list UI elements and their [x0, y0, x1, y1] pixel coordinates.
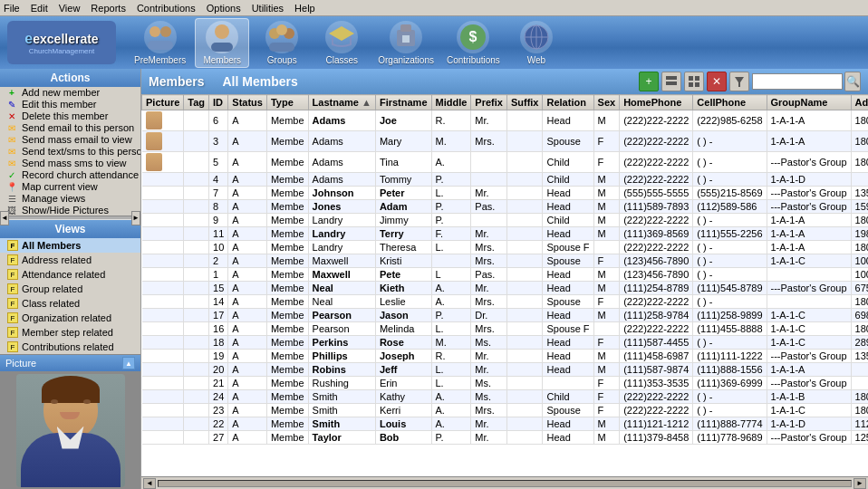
cell-relation: Head [543, 417, 593, 431]
table-row[interactable]: 14 A Membe Neal Leslie A. Mrs. Spouse F … [142, 295, 869, 309]
col-type[interactable]: Type [266, 95, 308, 110]
col-prefix[interactable]: Prefix [471, 95, 507, 110]
table-row[interactable]: 27 A Membe Taylor Bob P. Mr. Head M (111… [142, 431, 869, 445]
menu-file[interactable]: File [4, 3, 20, 14]
view-class-related[interactable]: F Class related [0, 296, 140, 311]
col-lastname[interactable]: Lastname ▲ [308, 95, 375, 110]
col-address[interactable]: Address [851, 95, 868, 110]
table-row[interactable]: 8 A Membe Jones Adam P. Pas. Head M (111… [142, 200, 869, 214]
col-picture[interactable]: Picture [142, 95, 184, 110]
table-row[interactable]: 9 A Membe Landry Jimmy P. Child M (222)2… [142, 214, 869, 227]
nav-organizations[interactable]: Organizations [374, 19, 438, 67]
cell-type: Membe [266, 152, 308, 173]
col-firstname[interactable]: Firstname [375, 95, 431, 110]
action-mass-sms[interactable]: ✉ Send mass sms to view [0, 158, 140, 169]
cell-status: A [228, 404, 267, 417]
col-sex[interactable]: Sex [593, 95, 620, 110]
table-row[interactable]: 2 A Membe Maxwell Kristi Mrs. Spouse F (… [142, 254, 869, 268]
cell-suffix [506, 377, 543, 390]
collapse-left-btn[interactable]: ◄ [0, 211, 9, 225]
cell-middle: M. [431, 131, 471, 152]
table-row[interactable]: 20 A Membe Robins Jeff L. Mr. Head M (11… [142, 363, 869, 377]
action-add-member[interactable]: + Add new member [0, 87, 140, 99]
action-send-email[interactable]: ✉ Send email to this person [0, 122, 140, 134]
cell-cellphone: (111)888-1556 [693, 363, 767, 377]
picture-expand-btn[interactable]: ▲ [122, 357, 135, 369]
action-show-pictures[interactable]: 🖼 Show/Hide Pictures [0, 205, 140, 216]
scroll-left-btn[interactable]: ◄ [143, 478, 156, 489]
action-manage-views[interactable]: ☰ Manage views [0, 193, 140, 205]
action-record-attendance[interactable]: ✓ Record church attendance [0, 169, 140, 181]
menu-options[interactable]: Options [207, 3, 241, 14]
nav-members[interactable]: Members [195, 18, 249, 68]
view-group-related[interactable]: F Group related [0, 282, 140, 296]
view-icon-all-members: F [7, 240, 18, 251]
col-id[interactable]: ID [209, 95, 228, 110]
view-member-step-related[interactable]: F Member step related [0, 325, 140, 340]
add-record-btn[interactable]: + [639, 72, 659, 91]
cell-sex: M [593, 110, 620, 131]
action-delete-member[interactable]: ✕ Delete this member [0, 110, 140, 122]
nav-contributions-label: Contributions [447, 55, 500, 65]
table-row[interactable]: 19 A Membe Phillips Joseph R. Mr. Head M… [142, 350, 869, 363]
table-row[interactable]: 15 A Membe Neal Kieth A. Mr. Head M (111… [142, 282, 869, 295]
nav-premembers[interactable]: PreMembers [130, 19, 189, 67]
col-cellphone[interactable]: CellPhone [693, 95, 767, 110]
table-row[interactable]: 24 A Membe Smith Kathy A. Ms. Child F (2… [142, 390, 869, 404]
view-all-members[interactable]: F All Members [0, 238, 140, 253]
col-groupname[interactable]: GroupName [767, 95, 851, 110]
view-address-related[interactable]: F Address related [0, 253, 140, 267]
table-row[interactable]: 7 A Membe Johnson Peter L. Mr. Head M (5… [142, 187, 869, 200]
nav-groups[interactable]: Groups [255, 19, 309, 67]
menu-view[interactable]: View [59, 3, 81, 14]
menu-help[interactable]: Help [294, 3, 315, 14]
table-row[interactable]: 21 A Membe Rushing Erin L. Ms. F (111)35… [142, 377, 869, 390]
action-mass-email[interactable]: ✉ Send mass email to view [0, 134, 140, 146]
table-row[interactable]: 6 A Membe Adams Joe R. Mr. Head M (222)2… [142, 110, 869, 131]
filter-btn[interactable] [729, 72, 749, 91]
table-row[interactable]: 23 A Membe Smith Kerri A. Mrs. Spouse F … [142, 404, 869, 417]
cell-firstname: Leslie [375, 295, 431, 309]
col-middle[interactable]: Middle [431, 95, 471, 110]
action-map-view[interactable]: 📍 Map current view [0, 181, 140, 193]
scroll-track[interactable] [158, 480, 852, 487]
sidebar-divider: ◄ ► [0, 216, 140, 220]
table-row[interactable]: 5 A Membe Adams Tina A. Child F (222)222… [142, 152, 869, 173]
table-row[interactable]: 1 A Membe Maxwell Pete L Pas. Head M (12… [142, 268, 869, 282]
view-contributions-related[interactable]: F Contributions related [0, 340, 140, 354]
table-row[interactable]: 11 A Membe Landry Terry F. Mr. Head M (1… [142, 227, 869, 241]
grid-view-btn[interactable] [684, 72, 704, 91]
table-row[interactable]: 17 A Membe Pearson Jason P. Dr. Head M (… [142, 309, 869, 322]
search-btn[interactable]: 🔍 [844, 72, 861, 91]
table-row[interactable]: 16 A Membe Pearson Melinda L. Mrs. Spous… [142, 322, 869, 336]
nav-classes[interactable]: Classes [314, 19, 369, 67]
collapse-right-btn[interactable]: ► [131, 211, 140, 225]
scroll-right-btn[interactable]: ► [854, 478, 866, 489]
nav-contributions[interactable]: $ Contributions [443, 19, 504, 67]
quick-search-input[interactable] [752, 73, 843, 90]
table-row[interactable]: 4 A Membe Adams Tommy P. Child M (222)22… [142, 173, 869, 187]
cell-type: Membe [266, 377, 308, 390]
col-tag[interactable]: Tag [184, 95, 209, 110]
col-status[interactable]: Status [228, 95, 267, 110]
table-row[interactable]: 3 A Membe Adams Mary M. Mrs. Spouse F (2… [142, 131, 869, 152]
action-send-sms[interactable]: ✉ Send text/sms to this person [0, 146, 140, 158]
table-row[interactable]: 10 A Membe Landry Theresa L. Mrs. Spouse… [142, 241, 869, 254]
cell-firstname: Pete [375, 268, 431, 282]
col-relation[interactable]: Relation [543, 95, 593, 110]
menu-contributions[interactable]: Contributions [137, 3, 196, 14]
close-btn[interactable]: ✕ [707, 72, 727, 91]
menu-edit[interactable]: Edit [31, 3, 48, 14]
action-edit-member[interactable]: ✎ Edit this member [0, 99, 140, 110]
menu-utilities[interactable]: Utilities [252, 3, 284, 14]
nav-web[interactable]: Web [509, 19, 564, 67]
view-icon-contributions: F [7, 341, 18, 352]
table-row[interactable]: 22 A Membe Smith Louis A. Mr. Head M (11… [142, 417, 869, 431]
table-row[interactable]: 18 A Membe Perkins Rose M. Ms. Head F (1… [142, 336, 869, 350]
view-toggle-btn[interactable] [661, 72, 681, 91]
view-organization-related[interactable]: F Organization related [0, 311, 140, 325]
col-suffix[interactable]: Suffix [506, 95, 543, 110]
view-attendance-related[interactable]: F Attendance related [0, 267, 140, 282]
col-homephone[interactable]: HomePhone [620, 95, 693, 110]
menu-reports[interactable]: Reports [91, 3, 126, 14]
